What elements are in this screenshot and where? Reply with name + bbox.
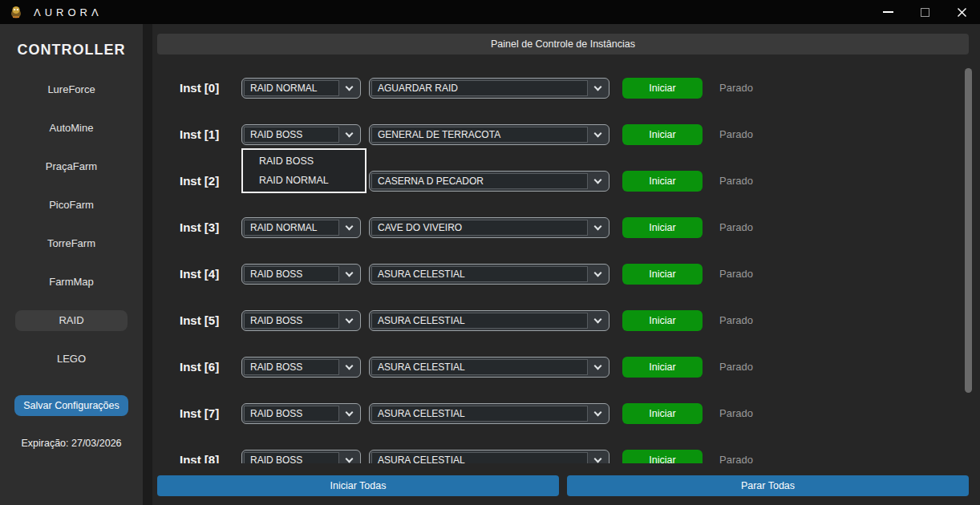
mode-dropdown[interactable]: RAID NORMAL — [241, 78, 361, 99]
instance-label: Inst [5] — [180, 310, 219, 331]
map-dropdown[interactable]: ASURA CELESTIAL — [369, 310, 609, 331]
instance-label: Inst [1] — [180, 124, 219, 145]
app-logo-icon — [8, 4, 24, 20]
instance-row: Inst [6] RAID BOSS ASURA CELESTIAL Inici… — [152, 357, 980, 378]
chevron-down-icon — [588, 266, 607, 282]
chevron-down-icon — [588, 452, 607, 463]
start-button[interactable]: Iniciar — [622, 171, 703, 192]
instance-label: Inst [4] — [180, 264, 219, 285]
status-text: Parado — [719, 357, 753, 378]
sidebar-divider — [143, 24, 152, 505]
start-button[interactable]: Iniciar — [622, 264, 703, 285]
instance-label: Inst [2] — [180, 171, 219, 192]
start-all-button[interactable]: Iniciar Todas — [157, 475, 559, 496]
instance-row: Inst [3] RAID NORMAL CAVE DO VIVEIRO Ini… — [152, 217, 980, 238]
sidebar-item-picofarm[interactable]: PicoFarm — [15, 195, 128, 216]
instance-label: Inst [0] — [180, 78, 219, 99]
app-title: ΛURORΛ — [34, 6, 103, 18]
expiration-text: Expiração: 27/03/2026 — [0, 438, 143, 449]
window-controls — [869, 0, 980, 24]
start-button[interactable]: Iniciar — [622, 450, 703, 463]
dropdown-option-raid-normal[interactable]: RAID NORMAL — [243, 171, 365, 190]
start-button[interactable]: Iniciar — [622, 124, 703, 145]
titlebar: ΛURORΛ — [0, 0, 980, 24]
mode-dropdown[interactable]: RAID BOSS — [241, 264, 361, 285]
instance-label: Inst [8] — [180, 450, 219, 463]
instance-list: Painel de Controle de Instâncias Inst [0… — [152, 24, 980, 463]
map-dropdown[interactable]: CAVE DO VIVEIRO — [369, 217, 609, 238]
scrollbar-thumb[interactable] — [965, 68, 972, 393]
close-button[interactable] — [943, 0, 980, 24]
status-text: Parado — [719, 310, 753, 331]
map-dropdown[interactable]: ASURA CELESTIAL — [369, 357, 609, 378]
chevron-down-icon — [588, 220, 607, 236]
status-text: Parado — [719, 217, 753, 238]
stop-all-button[interactable]: Parar Todas — [567, 475, 969, 496]
sidebar: CONTROLLER LureForce AutoMine PraçaFarm … — [0, 24, 143, 505]
instance-row: Inst [4] RAID BOSS ASURA CELESTIAL Inici… — [152, 264, 980, 285]
mode-dropdown-open-list: RAID BOSS RAID NORMAL — [241, 148, 366, 193]
chevron-down-icon — [339, 359, 358, 375]
map-dropdown[interactable]: ASURA CELESTIAL — [369, 264, 609, 285]
minimize-button[interactable] — [869, 0, 906, 24]
instance-row: Inst [0] RAID NORMAL AGUARDAR RAID Inici… — [152, 78, 980, 99]
chevron-down-icon — [588, 80, 607, 96]
sidebar-item-farmmap[interactable]: FarmMap — [15, 272, 128, 293]
chevron-down-icon — [588, 173, 607, 189]
chevron-down-icon — [339, 406, 358, 422]
chevron-down-icon — [339, 127, 358, 143]
map-dropdown[interactable]: ASURA CELESTIAL — [369, 403, 609, 424]
instance-label: Inst [7] — [180, 403, 219, 424]
minimize-icon — [883, 11, 893, 13]
mode-dropdown[interactable]: RAID BOSS — [241, 124, 361, 145]
chevron-down-icon — [588, 313, 607, 329]
mode-dropdown[interactable]: RAID BOSS — [241, 403, 361, 424]
panel-title: Painel de Controle de Instâncias — [157, 34, 969, 55]
sidebar-item-raid[interactable]: RAID — [15, 310, 128, 331]
chevron-down-icon — [588, 359, 607, 375]
map-dropdown[interactable]: AGUARDAR RAID — [369, 78, 609, 99]
map-dropdown[interactable]: GENERAL DE TERRACOTA — [369, 124, 609, 145]
chevron-down-icon — [588, 127, 607, 143]
instance-row: Inst [8] RAID BOSS ASURA CELESTIAL Inici… — [152, 450, 980, 463]
start-button[interactable]: Iniciar — [622, 78, 703, 99]
instance-label: Inst [6] — [180, 357, 219, 378]
mode-dropdown[interactable]: RAID BOSS — [241, 450, 361, 463]
save-config-button[interactable]: Salvar Configurações — [14, 395, 128, 416]
chevron-down-icon — [588, 406, 607, 422]
instance-row: Inst [7] RAID BOSS ASURA CELESTIAL Inici… — [152, 403, 980, 424]
instance-label: Inst [3] — [180, 217, 219, 238]
maximize-icon — [921, 8, 929, 17]
sidebar-item-pracafarm[interactable]: PraçaFarm — [15, 156, 128, 177]
status-text: Parado — [719, 450, 753, 463]
chevron-down-icon — [339, 313, 358, 329]
sidebar-item-lureforce[interactable]: LureForce — [15, 79, 128, 100]
sidebar-item-lego[interactable]: LEGO — [15, 349, 128, 370]
instance-row: Inst [1] RAID BOSS GENERAL DE TERRACOTA … — [152, 124, 980, 145]
start-button[interactable]: Iniciar — [622, 357, 703, 378]
start-button[interactable]: Iniciar — [622, 403, 703, 424]
status-text: Parado — [719, 124, 753, 145]
dropdown-option-raid-boss[interactable]: RAID BOSS — [243, 152, 365, 171]
chevron-down-icon — [339, 452, 358, 463]
sidebar-heading: CONTROLLER — [0, 42, 143, 59]
sidebar-item-torrefarm[interactable]: TorreFarm — [15, 233, 128, 254]
status-text: Parado — [719, 264, 753, 285]
start-button[interactable]: Iniciar — [622, 310, 703, 331]
status-text: Parado — [719, 171, 753, 192]
chevron-down-icon — [339, 220, 358, 236]
start-button[interactable]: Iniciar — [622, 217, 703, 238]
status-text: Parado — [719, 403, 753, 424]
status-text: Parado — [719, 78, 753, 99]
map-dropdown[interactable]: ASURA CELESTIAL — [369, 450, 609, 463]
mode-dropdown[interactable]: RAID NORMAL — [241, 217, 361, 238]
map-dropdown[interactable]: CASERNA D PECADOR — [369, 171, 609, 192]
main-panel: Painel de Controle de Instâncias Inst [0… — [152, 24, 980, 505]
instance-row: Inst [5] RAID BOSS ASURA CELESTIAL Inici… — [152, 310, 980, 331]
sidebar-item-automine[interactable]: AutoMine — [15, 118, 128, 139]
mode-dropdown[interactable]: RAID BOSS — [241, 310, 361, 331]
mode-dropdown[interactable]: RAID BOSS — [241, 357, 361, 378]
maximize-button[interactable] — [906, 0, 943, 24]
chevron-down-icon — [339, 80, 358, 96]
chevron-down-icon — [339, 266, 358, 282]
